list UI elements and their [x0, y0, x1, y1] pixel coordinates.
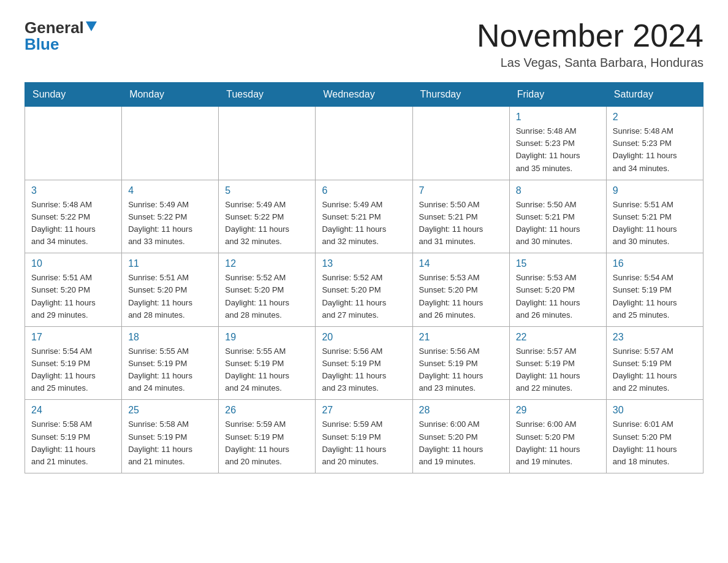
- calendar-cell: 27Sunrise: 5:59 AMSunset: 5:19 PMDayligh…: [316, 400, 412, 473]
- day-number: 30: [613, 405, 697, 416]
- calendar-cell: 29Sunrise: 6:00 AMSunset: 5:20 PMDayligh…: [509, 400, 606, 473]
- calendar-cell: 19Sunrise: 5:55 AMSunset: 5:19 PMDayligh…: [219, 326, 316, 400]
- day-number: 15: [516, 258, 600, 269]
- calendar-cell: 15Sunrise: 5:53 AMSunset: 5:20 PMDayligh…: [509, 253, 606, 327]
- day-number: 26: [225, 405, 309, 416]
- calendar-cell: 1Sunrise: 5:48 AMSunset: 5:23 PMDaylight…: [509, 107, 606, 180]
- day-info: Sunrise: 6:01 AMSunset: 5:20 PMDaylight:…: [613, 418, 697, 468]
- day-info: Sunrise: 5:50 AMSunset: 5:21 PMDaylight:…: [516, 199, 600, 248]
- calendar-cell: [122, 107, 219, 180]
- calendar-week-row: 24Sunrise: 5:58 AMSunset: 5:19 PMDayligh…: [25, 400, 703, 473]
- calendar-cell: 23Sunrise: 5:57 AMSunset: 5:19 PMDayligh…: [606, 326, 703, 400]
- day-info: Sunrise: 5:57 AMSunset: 5:19 PMDaylight:…: [613, 345, 697, 395]
- day-number: 17: [31, 332, 115, 343]
- day-info: Sunrise: 5:48 AMSunset: 5:23 PMDaylight:…: [613, 125, 697, 175]
- day-info: Sunrise: 5:53 AMSunset: 5:20 PMDaylight:…: [516, 272, 600, 321]
- calendar-cell: 13Sunrise: 5:52 AMSunset: 5:20 PMDayligh…: [316, 253, 412, 327]
- weekday-header-monday: Monday: [122, 83, 219, 107]
- day-info: Sunrise: 5:59 AMSunset: 5:19 PMDaylight:…: [225, 418, 309, 468]
- day-number: 27: [322, 405, 406, 416]
- weekday-header-saturday: Saturday: [606, 83, 703, 107]
- day-number: 20: [322, 332, 406, 343]
- day-number: 21: [419, 332, 503, 343]
- day-number: 24: [31, 405, 115, 416]
- calendar-cell: 17Sunrise: 5:54 AMSunset: 5:19 PMDayligh…: [25, 326, 122, 400]
- calendar-cell: 22Sunrise: 5:57 AMSunset: 5:19 PMDayligh…: [509, 326, 606, 400]
- calendar-cell: [316, 107, 412, 180]
- day-number: 18: [128, 332, 212, 343]
- calendar-week-row: 3Sunrise: 5:48 AMSunset: 5:22 PMDaylight…: [25, 180, 703, 253]
- calendar-cell: 3Sunrise: 5:48 AMSunset: 5:22 PMDaylight…: [25, 180, 122, 253]
- calendar-header-row: SundayMondayTuesdayWednesdayThursdayFrid…: [25, 83, 703, 107]
- day-info: Sunrise: 5:51 AMSunset: 5:20 PMDaylight:…: [31, 272, 115, 321]
- day-info: Sunrise: 5:59 AMSunset: 5:19 PMDaylight:…: [322, 418, 406, 468]
- day-number: 13: [322, 258, 406, 269]
- calendar-cell: 12Sunrise: 5:52 AMSunset: 5:20 PMDayligh…: [219, 253, 316, 327]
- day-info: Sunrise: 5:52 AMSunset: 5:20 PMDaylight:…: [225, 272, 309, 321]
- day-info: Sunrise: 5:58 AMSunset: 5:19 PMDaylight:…: [128, 418, 212, 468]
- calendar-cell: 11Sunrise: 5:51 AMSunset: 5:20 PMDayligh…: [122, 253, 219, 327]
- calendar-week-row: 17Sunrise: 5:54 AMSunset: 5:19 PMDayligh…: [25, 326, 703, 400]
- day-number: 4: [128, 185, 212, 196]
- day-number: 1: [516, 112, 600, 123]
- logo-blue: Blue: [25, 35, 59, 54]
- day-number: 23: [613, 332, 697, 343]
- day-info: Sunrise: 5:48 AMSunset: 5:23 PMDaylight:…: [516, 125, 600, 175]
- calendar-cell: 4Sunrise: 5:49 AMSunset: 5:22 PMDaylight…: [122, 180, 219, 253]
- calendar-week-row: 10Sunrise: 5:51 AMSunset: 5:20 PMDayligh…: [25, 253, 703, 327]
- calendar-cell: [219, 107, 316, 180]
- day-number: 6: [322, 185, 406, 196]
- calendar-table: SundayMondayTuesdayWednesdayThursdayFrid…: [25, 82, 703, 473]
- calendar-cell: 8Sunrise: 5:50 AMSunset: 5:21 PMDaylight…: [509, 180, 606, 253]
- calendar-week-row: 1Sunrise: 5:48 AMSunset: 5:23 PMDaylight…: [25, 107, 703, 180]
- calendar-cell: [25, 107, 122, 180]
- calendar-cell: 5Sunrise: 5:49 AMSunset: 5:22 PMDaylight…: [219, 180, 316, 253]
- day-number: 12: [225, 258, 309, 269]
- calendar-cell: 30Sunrise: 6:01 AMSunset: 5:20 PMDayligh…: [606, 400, 703, 473]
- weekday-header-sunday: Sunday: [25, 83, 122, 107]
- calendar-cell: 21Sunrise: 5:56 AMSunset: 5:19 PMDayligh…: [412, 326, 509, 400]
- day-info: Sunrise: 5:49 AMSunset: 5:22 PMDaylight:…: [128, 199, 212, 248]
- logo: General Blue: [25, 18, 97, 54]
- day-info: Sunrise: 5:51 AMSunset: 5:20 PMDaylight:…: [128, 272, 212, 321]
- calendar-cell: 14Sunrise: 5:53 AMSunset: 5:20 PMDayligh…: [412, 253, 509, 327]
- day-info: Sunrise: 5:56 AMSunset: 5:19 PMDaylight:…: [419, 345, 503, 395]
- day-info: Sunrise: 5:49 AMSunset: 5:21 PMDaylight:…: [322, 199, 406, 248]
- calendar-cell: 25Sunrise: 5:58 AMSunset: 5:19 PMDayligh…: [122, 400, 219, 473]
- day-number: 9: [613, 185, 697, 196]
- day-info: Sunrise: 5:54 AMSunset: 5:19 PMDaylight:…: [613, 272, 697, 321]
- calendar-cell: 10Sunrise: 5:51 AMSunset: 5:20 PMDayligh…: [25, 253, 122, 327]
- day-number: 11: [128, 258, 212, 269]
- calendar-cell: 24Sunrise: 5:58 AMSunset: 5:19 PMDayligh…: [25, 400, 122, 473]
- calendar-cell: [412, 107, 509, 180]
- day-info: Sunrise: 5:55 AMSunset: 5:19 PMDaylight:…: [225, 345, 309, 395]
- logo-triangle-icon: [86, 21, 97, 31]
- month-title: November 2024: [477, 18, 703, 53]
- day-info: Sunrise: 6:00 AMSunset: 5:20 PMDaylight:…: [516, 418, 600, 468]
- day-number: 5: [225, 185, 309, 196]
- calendar-cell: 7Sunrise: 5:50 AMSunset: 5:21 PMDaylight…: [412, 180, 509, 253]
- day-info: Sunrise: 5:52 AMSunset: 5:20 PMDaylight:…: [322, 272, 406, 321]
- calendar-cell: 28Sunrise: 6:00 AMSunset: 5:20 PMDayligh…: [412, 400, 509, 473]
- day-info: Sunrise: 5:54 AMSunset: 5:19 PMDaylight:…: [31, 345, 115, 395]
- calendar-cell: 2Sunrise: 5:48 AMSunset: 5:23 PMDaylight…: [606, 107, 703, 180]
- day-number: 22: [516, 332, 600, 343]
- calendar-cell: 26Sunrise: 5:59 AMSunset: 5:19 PMDayligh…: [219, 400, 316, 473]
- weekday-header-tuesday: Tuesday: [219, 83, 316, 107]
- location-label: Las Vegas, Santa Barbara, Honduras: [477, 56, 703, 70]
- calendar-cell: 6Sunrise: 5:49 AMSunset: 5:21 PMDaylight…: [316, 180, 412, 253]
- day-number: 16: [613, 258, 697, 269]
- day-info: Sunrise: 5:50 AMSunset: 5:21 PMDaylight:…: [419, 199, 503, 248]
- calendar-cell: 18Sunrise: 5:55 AMSunset: 5:19 PMDayligh…: [122, 326, 219, 400]
- day-number: 29: [516, 405, 600, 416]
- day-number: 14: [419, 258, 503, 269]
- day-info: Sunrise: 5:49 AMSunset: 5:22 PMDaylight:…: [225, 199, 309, 248]
- day-info: Sunrise: 5:48 AMSunset: 5:22 PMDaylight:…: [31, 199, 115, 248]
- title-block: November 2024 Las Vegas, Santa Barbara, …: [477, 18, 703, 70]
- page-header: General Blue November 2024 Las Vegas, Sa…: [25, 18, 703, 70]
- calendar-cell: 9Sunrise: 5:51 AMSunset: 5:21 PMDaylight…: [606, 180, 703, 253]
- calendar-cell: 16Sunrise: 5:54 AMSunset: 5:19 PMDayligh…: [606, 253, 703, 327]
- day-info: Sunrise: 5:57 AMSunset: 5:19 PMDaylight:…: [516, 345, 600, 395]
- day-info: Sunrise: 5:51 AMSunset: 5:21 PMDaylight:…: [613, 199, 697, 248]
- day-number: 2: [613, 112, 697, 123]
